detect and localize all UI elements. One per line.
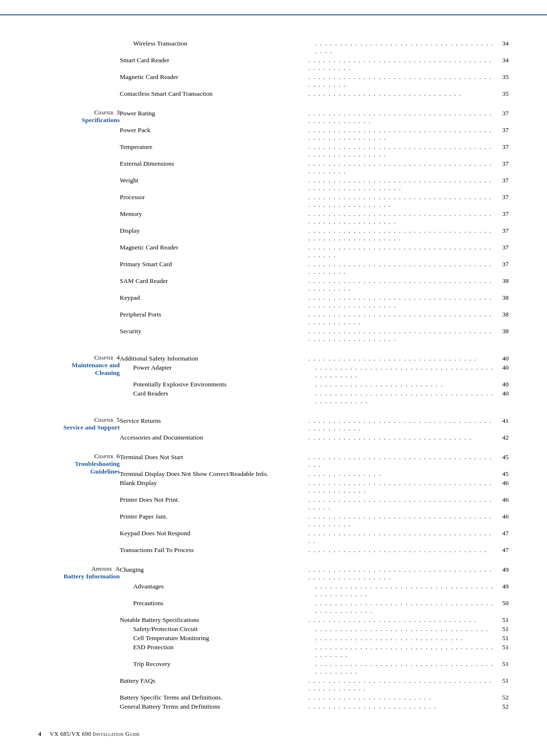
toc-entry-text: Contactless Smart Card Transaction xyxy=(120,90,308,98)
toc-page: 51 xyxy=(497,616,509,624)
toc-page: 37 xyxy=(497,143,509,158)
toc-page: 40 xyxy=(497,381,509,388)
toc-entry-text: Battery FAQs xyxy=(120,677,308,692)
toc-page: 37 xyxy=(497,193,509,209)
toc-dots: . . . . . . . . . . . . . . . . . . . . … xyxy=(308,566,497,581)
toc-dots: . . . . . . . . . . . . . . . . . . . . … xyxy=(308,227,497,242)
toc-entry: Notable Battery Specifications . . . . .… xyxy=(120,615,509,624)
toc-page: 40 xyxy=(497,364,509,379)
toc-dots: . . . . . . . . . . . . . . . . . . . . … xyxy=(314,390,497,405)
toc-dots: . . . . . . . . . . . . . . . . . . . . … xyxy=(308,294,497,309)
toc-dots: . . . . . . . . . . . . . . . . . . . . … xyxy=(308,277,497,293)
toc-dots: . . . . . . . . . . . . . . . . . . . . … xyxy=(308,177,497,192)
toc-entry-text: Primary Smart Card xyxy=(120,260,308,276)
toc-entry: General Battery Terms and Definitions . … xyxy=(120,702,509,711)
toc-entry-text: Magnetic Card Reader xyxy=(120,244,308,259)
toc-entry-text: Potentially Explosive Environments xyxy=(120,381,314,388)
toc-entry-text: Magnetic Card Reader xyxy=(120,73,308,89)
toc-entry-text: Security xyxy=(120,327,308,343)
footer: 4 VX 685/VX 690 Installation Guide xyxy=(38,731,509,738)
toc-entry: Keypad . . . . . . . . . . . . . . . . .… xyxy=(120,293,509,310)
toc-page: 40 xyxy=(497,390,509,405)
toc-entry-text: Smart Card Reader xyxy=(120,56,308,72)
toc-entry-text: External Dimensions xyxy=(120,160,308,175)
chapter5-title: Service and Support xyxy=(38,424,120,431)
toc-dots: . . . . . . . . . . . . . . . . . . . . … xyxy=(314,643,497,659)
toc-dots: . . . . . . . . . . . . . . . . . . . . … xyxy=(314,625,497,633)
toc-entry-text: Battery Specific Terms and Definitions. xyxy=(120,694,308,701)
chapter3-label: Chapter 3 Specifications xyxy=(38,108,120,344)
toc-page: 52 xyxy=(497,694,509,701)
toc-dots: . . . . . . . . . . . . . . . . . . . . … xyxy=(308,453,497,469)
toc-dots: . . . . . . . . . . . . . . . . . . . . … xyxy=(308,193,497,209)
toc-entry: Contactless Smart Card Transaction . . .… xyxy=(120,89,509,98)
chapter5-section: Chapter 5 Service and Support Service Re… xyxy=(38,416,509,442)
toc-page: 51 xyxy=(497,677,509,692)
chapter5-label: Chapter 5 Service and Support xyxy=(38,416,120,442)
toc-entry: Magnetic Card Reader . . . . . . . . . .… xyxy=(120,72,509,89)
chapter6-section: Chapter 6 TroubleshootingGuidelines Term… xyxy=(38,452,509,555)
appendixA-word: Appendix A xyxy=(38,565,120,573)
toc-entry-text: Power Rating xyxy=(120,110,308,125)
toc-entry-text: Wireless Transaction xyxy=(120,40,314,55)
toc-entry-text: Charging xyxy=(120,566,308,581)
toc-dots: . . . . . . . . . . . . . . . . . . . . … xyxy=(314,381,497,388)
toc-entry: Potentially Explosive Environments . . .… xyxy=(120,380,509,389)
toc-page: 37 xyxy=(497,160,509,175)
toc-entry-text: Keypad Does Not Respond xyxy=(120,530,308,545)
toc-entry-text: Power Pack xyxy=(120,126,308,142)
toc-entry: Advantages . . . . . . . . . . . . . . .… xyxy=(120,582,509,598)
chapter3-entries: Power Rating . . . . . . . . . . . . . .… xyxy=(120,108,509,344)
toc-entry: Additional Safety Information . . . . . … xyxy=(120,354,509,363)
toc-page: 46 xyxy=(497,479,509,495)
toc-dots: . . . . . . . . . . . . . . . . . . . . … xyxy=(308,417,497,432)
toc-dots: . . . . . . . . . . . . . . . . . . . . … xyxy=(308,110,497,125)
toc-entry-text: Weight xyxy=(120,177,308,192)
toc-dots: . . . . . . . . . . . . . . . . . . . . … xyxy=(308,616,497,624)
toc-dots: . . . . . . . . . . . . . . . . . . . . … xyxy=(308,703,497,711)
spacer xyxy=(38,555,509,564)
toc-dots: . . . . . . . . . . . . . . . . . . . . … xyxy=(308,73,497,89)
toc-dots: . . . . . . . . . . . . . . . . . . . . … xyxy=(314,40,497,55)
toc-page: 38 xyxy=(497,327,509,343)
toc-page: 51 xyxy=(497,643,509,659)
toc-entry: Weight . . . . . . . . . . . . . . . . .… xyxy=(120,176,509,192)
appendixA-title: Battery Information xyxy=(38,573,120,580)
toc-entry: SAM Card Reader . . . . . . . . . . . . … xyxy=(120,276,509,293)
toc-table: Wireless Transaction . . . . . . . . . .… xyxy=(38,38,509,711)
toc-entry: Keypad Does Not Respond . . . . . . . . … xyxy=(120,529,509,545)
toc-entry: Temperature . . . . . . . . . . . . . . … xyxy=(120,142,509,159)
toc-page: 37 xyxy=(497,177,509,192)
toc-entry-text: Blank Display xyxy=(120,479,308,495)
toc-entry-text: SAM Card Reader xyxy=(120,277,308,293)
toc-page: 51 xyxy=(497,625,509,633)
toc-dots: . . . . . . . . . . . . . . . . . . . . … xyxy=(308,496,497,511)
toc-dots: . . . . . . . . . . . . . . . . . . . . … xyxy=(308,143,497,158)
toc-entry: Processor . . . . . . . . . . . . . . . … xyxy=(120,192,509,209)
toc-page: 34 xyxy=(497,40,509,55)
toc-entry: Precautions . . . . . . . . . . . . . . … xyxy=(120,598,509,615)
toc-dots: . . . . . . . . . . . . . . . . . . . . … xyxy=(308,260,497,276)
toc-entry-text: Peripheral Ports xyxy=(120,311,308,326)
toc-entry-text: General Battery Terms and Definitions xyxy=(120,703,308,711)
top-rule xyxy=(0,14,547,15)
toc-dots: . . . . . . . . . . . . . . . . . . . . … xyxy=(308,434,497,441)
toc-dots: . . . . . . . . . . . . . . . . . . . . … xyxy=(314,583,497,598)
toc-entry: Transactions Fail To Process . . . . . .… xyxy=(120,545,509,554)
toc-entry-text: Terminal Does Not Start xyxy=(120,453,308,469)
toc-dots: . . . . . . . . . . . . . . . . . . . . … xyxy=(308,56,497,72)
chapter5-word: Chapter 5 xyxy=(38,416,120,424)
toc-entry-text: Accessories and Documentation xyxy=(120,434,308,441)
toc-page: 50 xyxy=(497,599,509,615)
toc-entry: Printer Does Not Print. . . . . . . . . … xyxy=(120,495,509,512)
toc-page: 37 xyxy=(497,126,509,142)
toc-entry: Security . . . . . . . . . . . . . . . .… xyxy=(120,327,509,343)
toc-entry: Battery Specific Terms and Definitions. … xyxy=(120,693,509,702)
toc-entry: Service Returns . . . . . . . . . . . . … xyxy=(120,416,509,433)
toc-entry: Terminal Display Does Not Show Correct/R… xyxy=(120,469,509,478)
toc-page: 40 xyxy=(497,355,509,362)
toc-page: 52 xyxy=(497,703,509,711)
toc-entry: Blank Display . . . . . . . . . . . . . … xyxy=(120,478,509,495)
toc-dots: . . . . . . . . . . . . . . . . . . . . … xyxy=(308,311,497,326)
toc-page: 37 xyxy=(497,244,509,259)
